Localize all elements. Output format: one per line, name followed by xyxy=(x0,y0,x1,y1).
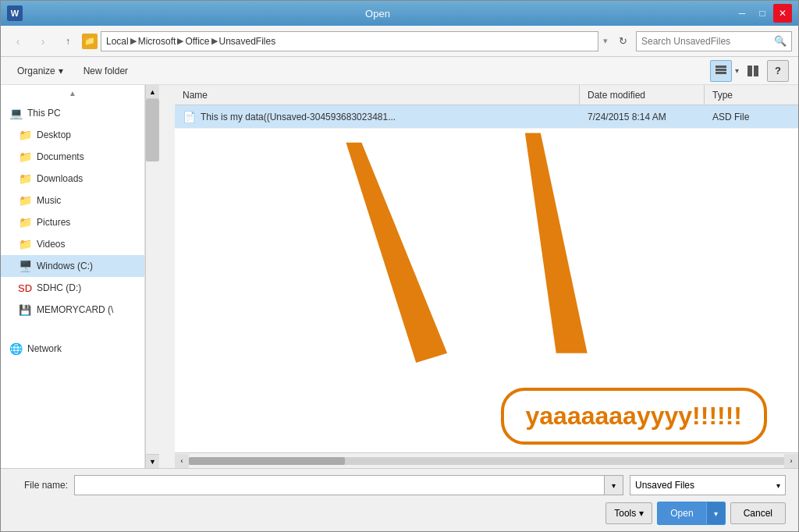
sidebar-item-videos-label: Videos xyxy=(37,239,65,250)
path-segment-unsavedfiles[interactable]: UnsavedFiles xyxy=(219,36,276,47)
window-controls: ─ □ ✕ xyxy=(733,4,792,23)
svg-rect-3 xyxy=(748,66,752,76)
forward-button[interactable]: › xyxy=(32,30,54,52)
cancel-button[interactable]: Cancel xyxy=(730,502,786,524)
path-segment-local[interactable]: Local xyxy=(106,36,129,47)
sidebar-scrollbar[interactable]: ▲ ▼ xyxy=(145,85,159,468)
filename-input[interactable] xyxy=(74,475,605,495)
sidebar-item-memorycard[interactable]: 💾 MEMORYCARD (\ xyxy=(1,299,144,321)
search-box[interactable]: 🔍 xyxy=(636,31,792,51)
pictures-folder-icon: 📁 xyxy=(18,215,32,229)
scroll-thumb[interactable] xyxy=(146,99,159,161)
path-segment-microsoft[interactable]: Microsoft xyxy=(138,36,176,47)
sidebar-item-this-pc[interactable]: 💻 This PC xyxy=(1,102,144,124)
refresh-button[interactable]: ↻ xyxy=(613,31,633,51)
scroll-left-button[interactable]: ‹ xyxy=(175,454,189,468)
music-folder-icon: 📁 xyxy=(18,193,32,207)
sidebar-item-windows-c[interactable]: 🖥️ Windows (C:) xyxy=(1,255,144,277)
tools-button[interactable]: Tools ▾ xyxy=(605,502,652,524)
filetype-select[interactable]: Unsaved Files ▾ xyxy=(630,475,786,495)
up-button[interactable]: ↑ xyxy=(57,30,79,52)
scroll-up-button[interactable]: ▲ xyxy=(146,85,159,99)
downloads-folder-icon: 📁 xyxy=(18,172,32,186)
close-button[interactable]: ✕ xyxy=(773,4,792,23)
organize-arrow: ▾ xyxy=(59,66,63,76)
h-scroll-thumb[interactable] xyxy=(189,457,345,465)
filetype-arrow: ▾ xyxy=(776,481,780,490)
open-button[interactable]: Open xyxy=(658,502,705,524)
filename-label: File name: xyxy=(13,480,68,491)
sidebar-item-memorycard-label: MEMORYCARD (\ xyxy=(37,304,113,315)
sidebar-item-downloads[interactable]: 📁 Downloads xyxy=(1,168,144,190)
toolbar-right: ▾ ? xyxy=(710,60,789,82)
sidebar-item-network-label: Network xyxy=(27,343,62,354)
horizontal-scrollbar[interactable]: ‹ › xyxy=(175,452,798,468)
toolbar: Organize ▾ New folder ▾ ? xyxy=(1,57,798,85)
file-date-label: 7/24/2015 8:14 AM xyxy=(588,112,666,122)
computer-icon: 💻 xyxy=(9,106,23,120)
sidebar: ▲ 💻 This PC 📁 Desktop xyxy=(1,85,145,468)
sidebar-item-music[interactable]: 📁 Music xyxy=(1,190,144,211)
sidebar-item-videos[interactable]: 📁 Videos xyxy=(1,233,144,255)
scroll-down-button[interactable]: ▼ xyxy=(146,454,159,468)
sidebar-item-desktop-label: Desktop xyxy=(37,129,71,140)
sidebar-scroll-up[interactable]: ▲ xyxy=(1,85,144,101)
action-row: Tools ▾ Open ▾ Cancel xyxy=(13,502,786,525)
file-type-label: ASD File xyxy=(712,112,749,122)
back-button[interactable]: ‹ xyxy=(7,30,29,52)
svg-rect-1 xyxy=(716,69,726,71)
address-bar: ‹ › ↑ 📁 Local ▶ Microsoft ▶ Office ▶ Uns… xyxy=(1,26,798,57)
new-folder-button[interactable]: New folder xyxy=(76,60,135,82)
sidebar-spacer xyxy=(1,322,144,338)
windows-drive-icon: 🖥️ xyxy=(18,259,32,273)
path-folder-icon: 📁 xyxy=(82,34,98,49)
path-sep-2: ▶ xyxy=(177,36,183,46)
new-folder-label: New folder xyxy=(83,66,128,76)
sidebar-item-downloads-label: Downloads xyxy=(37,173,83,184)
file-list-header: Name Date modified Type xyxy=(175,85,798,105)
svg-rect-4 xyxy=(754,66,758,76)
address-dropdown-arrow[interactable]: ▾ xyxy=(603,36,608,46)
col-name[interactable]: Name xyxy=(175,85,580,105)
file-area: Name Date modified Type 📄 This is my dat… xyxy=(175,85,798,468)
sidebar-item-pictures[interactable]: 📁 Pictures xyxy=(1,211,144,233)
col-date-label: Date modified xyxy=(588,90,645,101)
title-bar: W Open ─ □ ✕ xyxy=(1,1,798,26)
sidebar-section-thispc: 💻 This PC 📁 Desktop 📁 Do xyxy=(1,101,144,322)
h-scroll-track xyxy=(189,457,784,465)
open-dialog: W Open ─ □ ✕ ‹ › ↑ 📁 Local ▶ Microsoft ▶… xyxy=(0,0,799,532)
network-icon: 🌐 xyxy=(9,342,23,356)
file-cell-date: 7/24/2015 8:14 AM xyxy=(580,112,705,122)
file-cell-type: ASD File xyxy=(705,112,798,122)
bottom-bar: File name: ▾ Unsaved Files ▾ Tools ▾ Ope… xyxy=(1,468,798,531)
help-button[interactable]: ? xyxy=(767,60,789,82)
sidebar-item-network[interactable]: 🌐 Network xyxy=(1,338,144,360)
content-area: ▲ 💻 This PC 📁 Desktop xyxy=(1,85,798,468)
organize-button[interactable]: Organize ▾ xyxy=(10,60,70,82)
sidebar-item-documents[interactable]: 📁 Documents xyxy=(1,146,144,168)
desktop-folder-icon: 📁 xyxy=(18,128,32,142)
sidebar-item-sdhc-d[interactable]: SD SDHC (D:) xyxy=(1,277,144,299)
view-details-button[interactable] xyxy=(710,60,732,82)
dialog-title: Open xyxy=(23,8,733,20)
col-date[interactable]: Date modified xyxy=(580,85,705,105)
scroll-right-button[interactable]: › xyxy=(784,454,798,468)
col-name-label: Name xyxy=(183,90,208,101)
sidebar-item-desktop[interactable]: 📁 Desktop xyxy=(1,124,144,146)
minimize-button[interactable]: ─ xyxy=(733,4,751,23)
sidebar-container: ▲ 💻 This PC 📁 Desktop xyxy=(1,85,175,468)
sidebar-item-thispc-label: This PC xyxy=(27,108,61,119)
address-path[interactable]: Local ▶ Microsoft ▶ Office ▶ UnsavedFile… xyxy=(101,31,598,51)
path-segment-office[interactable]: Office xyxy=(185,36,209,47)
filename-dropdown-btn[interactable]: ▾ xyxy=(605,475,623,495)
search-input[interactable] xyxy=(641,36,771,47)
table-row[interactable]: 📄 This is my data((Unsaved-3045936830234… xyxy=(175,105,798,129)
open-dropdown-button[interactable]: ▾ xyxy=(706,502,725,524)
pane-button[interactable] xyxy=(742,60,764,82)
sidebar-item-sdhc-label: SDHC (D:) xyxy=(37,282,81,293)
open-button-group: Open ▾ xyxy=(657,502,725,525)
view-dropdown-arrow[interactable]: ▾ xyxy=(735,66,739,75)
col-type[interactable]: Type xyxy=(705,85,798,105)
maximize-button[interactable]: □ xyxy=(753,4,772,23)
sidebar-item-documents-label: Documents xyxy=(37,151,84,162)
